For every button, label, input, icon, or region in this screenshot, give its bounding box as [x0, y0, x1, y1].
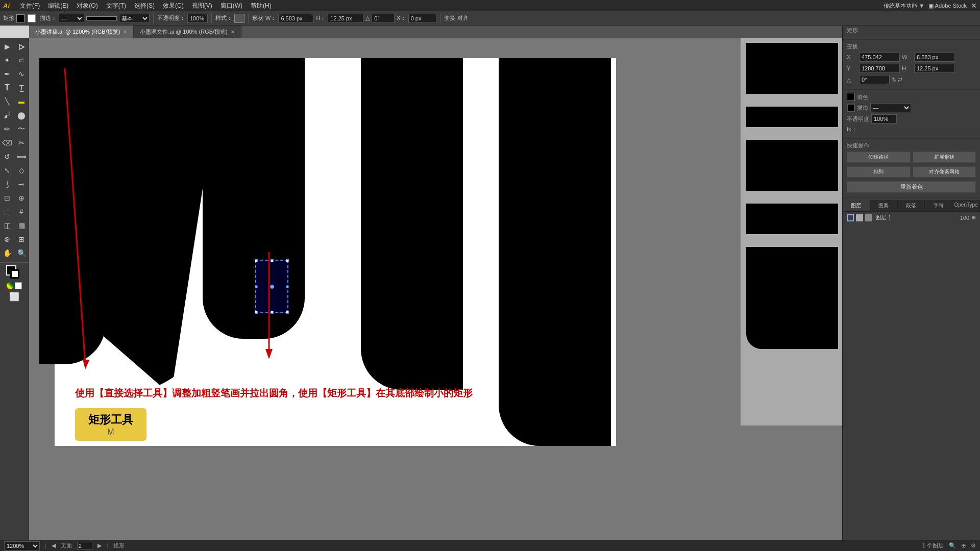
rp-tab-opentype[interactable]: OpenType: [952, 200, 980, 211]
rect-tool[interactable]: ▬: [15, 95, 28, 108]
rp-fill-box[interactable]: [847, 93, 855, 101]
menu-close[interactable]: ✕: [971, 2, 977, 10]
handle-mr[interactable]: [286, 285, 289, 288]
menu-select[interactable]: 选择(S): [130, 1, 159, 11]
x-input[interactable]: [408, 14, 436, 23]
layer-lock-icon[interactable]: [856, 214, 863, 221]
rp-btn-recolor[interactable]: 重新着色: [847, 181, 976, 193]
magic-wand-tool[interactable]: ✦: [1, 54, 14, 67]
handle-bl[interactable]: [255, 311, 258, 314]
shape-builder-tool[interactable]: ⊕: [15, 191, 28, 205]
handle-center[interactable]: [270, 285, 274, 289]
shear-tool[interactable]: ◇: [15, 164, 28, 177]
status-icon-2[interactable]: ⊞: [961, 542, 966, 549]
page-number-input[interactable]: [77, 542, 92, 550]
rp-angle-input[interactable]: [859, 75, 890, 84]
separator-4: [440, 13, 440, 23]
scissors-tool[interactable]: ✂: [15, 136, 28, 149]
paintbrush-tool[interactable]: 🖌: [1, 109, 14, 122]
page-nav-prev[interactable]: ◀: [52, 542, 56, 549]
rp-tab-layers[interactable]: 图层: [843, 200, 870, 211]
fill-color-preview[interactable]: [16, 14, 24, 22]
reflect-tool[interactable]: ⟺: [15, 150, 28, 163]
eraser-tool[interactable]: ⌫: [1, 136, 14, 149]
rp-stroke-select[interactable]: —: [870, 103, 911, 112]
opacity-input[interactable]: [187, 14, 208, 23]
rp-x-input[interactable]: [859, 53, 900, 62]
rp-btn-offset-path[interactable]: 位移路径: [847, 152, 911, 163]
blob-brush-tool[interactable]: ⬤: [15, 109, 28, 122]
none-icon[interactable]: [15, 282, 22, 289]
menu-object[interactable]: 对象(O): [72, 1, 102, 11]
status-icon-1[interactable]: 🔍: [949, 542, 956, 549]
stroke-color-preview[interactable]: [28, 14, 36, 22]
mesh-tool[interactable]: #: [15, 205, 28, 218]
layer-options-icon[interactable]: ⊕: [971, 214, 976, 221]
h-input[interactable]: [328, 14, 363, 23]
selected-rectangle[interactable]: [255, 260, 288, 313]
eyedropper-tool[interactable]: ⊗: [1, 233, 14, 246]
rp-btn-arrange[interactable]: 排列: [847, 166, 911, 178]
screen-mode-icon[interactable]: ⬜: [8, 290, 21, 303]
pen-tool[interactable]: ✒: [1, 67, 14, 81]
menu-effect[interactable]: 效果(C): [159, 1, 188, 11]
rp-h-input[interactable]: [914, 64, 955, 73]
menu-view[interactable]: 视图(V): [188, 1, 216, 11]
rp-tab-paragraph[interactable]: 段落: [898, 200, 925, 211]
gradient-tool[interactable]: ◫: [1, 219, 14, 232]
tab-1-close[interactable]: ✕: [123, 29, 127, 35]
hand-tool[interactable]: ✋: [1, 246, 14, 260]
stroke-select[interactable]: —: [59, 14, 84, 23]
rp-tab-character[interactable]: 字符: [925, 200, 952, 211]
lasso-tool[interactable]: ⊂: [15, 54, 28, 67]
width-tool[interactable]: ⊸: [15, 178, 28, 191]
handle-br[interactable]: [286, 311, 289, 314]
text-tool[interactable]: T: [1, 81, 14, 94]
chart-tool[interactable]: ▦: [15, 219, 28, 232]
menu-help[interactable]: 帮助(H): [247, 1, 276, 11]
measure-tool[interactable]: ⊞: [15, 233, 28, 246]
rp-tab-artboards[interactable]: 图案: [870, 200, 898, 211]
selection-tool[interactable]: ▶: [1, 40, 14, 53]
color-mode-icon[interactable]: [7, 282, 14, 289]
rp-btn-expand-shape[interactable]: 扩展形状: [913, 152, 976, 163]
rp-btn-align-pixel[interactable]: 对齐像素网格: [913, 166, 976, 178]
free-transform-tool[interactable]: ⊡: [1, 191, 14, 205]
handle-bc[interactable]: [271, 311, 274, 314]
w-input[interactable]: [278, 14, 314, 23]
handle-ml[interactable]: [255, 285, 258, 288]
zoom-tool[interactable]: 🔍: [15, 246, 28, 260]
tab-2-close[interactable]: ✕: [231, 29, 235, 35]
menu-window[interactable]: 窗口(W): [216, 1, 247, 11]
pencil-tool[interactable]: ✏: [1, 122, 14, 136]
warp-tool[interactable]: ⟆: [1, 178, 14, 191]
handle-tr[interactable]: [286, 259, 289, 262]
rp-w-input[interactable]: [914, 53, 955, 62]
rotate-tool[interactable]: ↺: [1, 150, 14, 163]
stroke-icon[interactable]: [10, 269, 19, 279]
scale-tool[interactable]: ⤡: [1, 164, 14, 177]
zoom-select[interactable]: 1200%: [4, 541, 40, 550]
perspective-tool[interactable]: ⬚: [1, 205, 14, 218]
rp-opacity-input[interactable]: [871, 114, 897, 123]
angle-input[interactable]: [372, 14, 395, 23]
menu-file[interactable]: 文件(F): [16, 1, 44, 11]
direct-selection-tool[interactable]: ▷: [15, 40, 28, 53]
smooth-tool[interactable]: 〜: [15, 122, 28, 136]
canvas-area[interactable]: 使用【直接选择工具】调整加粗竖笔画并拉出圆角，使用【矩形工具】在其底部绘制小的矩…: [29, 38, 842, 540]
touch-type-tool[interactable]: T̲: [15, 81, 28, 94]
tab-1[interactable]: 小墨讲稿.ai @ 1200% (RGB/预览) ✕: [29, 26, 134, 38]
rp-stroke-box[interactable]: [847, 104, 855, 112]
status-icon-3[interactable]: ⚙: [971, 542, 976, 549]
stroke-style-select[interactable]: 基本: [119, 14, 150, 23]
rp-y-input[interactable]: [859, 64, 900, 73]
page-nav-next[interactable]: ▶: [97, 542, 102, 549]
handle-tl[interactable]: [255, 259, 258, 262]
tab-2[interactable]: 小墨源文件.ai @ 100% (RGB/预览) ✕: [134, 26, 241, 38]
line-tool[interactable]: ╲: [1, 95, 14, 108]
curvature-tool[interactable]: ∿: [15, 67, 28, 81]
layer-visibility-icon[interactable]: [847, 214, 854, 221]
menu-text[interactable]: 文字(T): [102, 1, 130, 11]
handle-tc[interactable]: [271, 259, 274, 262]
menu-edit[interactable]: 编辑(E): [44, 1, 72, 11]
